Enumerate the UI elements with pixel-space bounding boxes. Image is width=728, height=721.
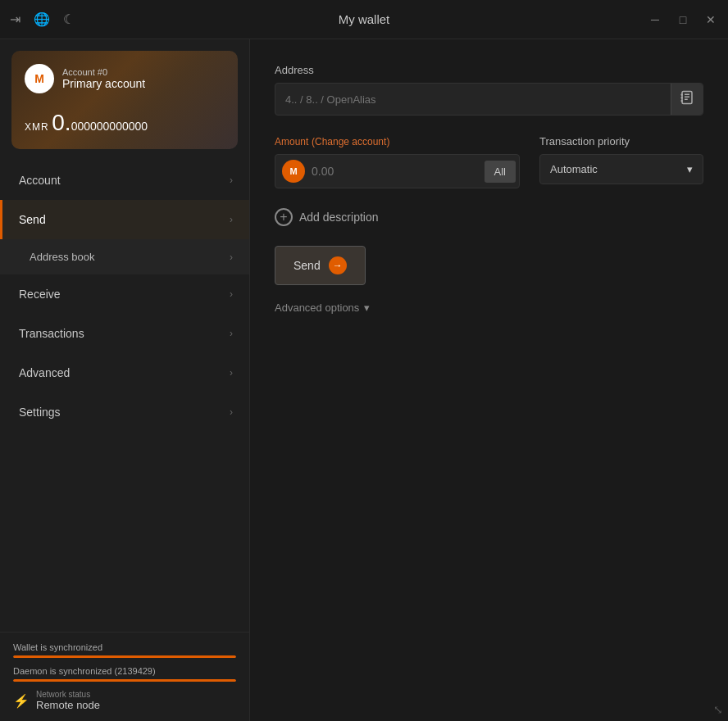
wallet-sync-bar-fill [13,655,236,658]
account-name: Primary account [62,77,145,90]
account-card-header: M Account #0 Primary account [25,64,225,93]
nav-section: Account › Send › Address book › Receive … [0,161,249,632]
amount-label-text: Amount [275,136,308,147]
add-description-label: Add description [299,211,379,224]
sidebar-bottom: Wallet is synchronized Daemon is synchro… [0,632,249,721]
monero-icon: M [282,160,305,183]
close-button[interactable]: ✕ [703,13,718,26]
account-info: Account #0 Primary account [62,67,145,90]
network-icon[interactable]: 🌐 [34,11,50,27]
send-arrow-icon: → [329,256,347,274]
sidebar-item-transactions[interactable]: Transactions › [0,314,249,353]
priority-section: Transaction priority Automatic ▾ [539,135,703,184]
monero-logo: M [25,64,54,93]
transfer-icon[interactable]: ⇥ [10,11,20,27]
amount-label: Amount (Change account) [275,135,520,147]
network-status-label: Network status [36,690,100,699]
currency-label: XMR [25,121,49,133]
network-status: ⚡ Network status Remote node [13,690,236,711]
svg-rect-6 [681,100,683,102]
chevron-down-icon: ▾ [687,163,693,175]
sidebar-item-transactions-label: Transactions [19,327,84,340]
add-description-icon: + [275,208,293,226]
titlebar-left-icons: ⇥ 🌐 ☾ [10,11,75,27]
app-title: My wallet [339,12,390,26]
sidebar-item-account-label: Account [19,174,61,187]
resize-handle[interactable]: ⤡ [713,703,723,716]
chevron-down-icon: ▾ [364,302,370,314]
account-balance: XMR 0.000000000000 [25,110,225,136]
sidebar-item-settings-label: Settings [19,406,61,419]
account-number: Account #0 [62,67,145,77]
chevron-right-icon: › [230,175,233,186]
balance-whole: 0. [52,110,71,135]
priority-value: Automatic [550,163,598,175]
chevron-right-icon: › [230,252,233,263]
advanced-options-toggle[interactable]: Advanced options ▾ [275,302,703,314]
chevron-right-icon: › [230,406,233,418]
titlebar: ⇥ 🌐 ☾ My wallet ─ □ ✕ [0,0,728,39]
advanced-options-label: Advanced options [275,302,359,314]
sidebar-item-settings[interactable]: Settings › [0,392,249,432]
daemon-sync-bar [13,679,236,682]
amount-input[interactable] [312,158,481,184]
sidebar-item-advanced[interactable]: Advanced › [0,353,249,392]
sidebar: M Account #0 Primary account XMR 0.00000… [0,39,250,721]
send-button-label: Send [293,259,321,272]
sidebar-item-send[interactable]: Send › [0,200,249,239]
svg-rect-4 [681,94,683,96]
amount-section: Amount (Change account) M All [275,135,520,188]
maximize-button[interactable]: □ [676,13,690,26]
sidebar-item-account[interactable]: Account › [0,161,249,200]
main-layout: M Account #0 Primary account XMR 0.00000… [0,39,728,721]
all-button[interactable]: All [485,161,516,183]
chevron-right-icon: › [230,288,233,300]
sidebar-item-receive[interactable]: Receive › [0,274,249,314]
svg-rect-5 [681,97,683,98]
chevron-right-icon: › [230,214,233,225]
network-info: Network status Remote node [36,690,100,711]
sidebar-item-address-book-label: Address book [30,251,95,263]
amount-priority-row: Amount (Change account) M All Transactio… [275,135,703,188]
address-input[interactable] [275,85,671,114]
bolt-icon: ⚡ [13,693,30,709]
account-card: M Account #0 Primary account XMR 0.00000… [11,51,238,149]
daemon-sync-bar-fill [13,679,236,682]
sidebar-item-address-book[interactable]: Address book › [0,239,249,274]
add-description-button[interactable]: + Add description [275,208,703,226]
change-account-label[interactable]: (Change account) [312,136,389,147]
balance-decimal: 000000000000 [71,120,148,133]
chevron-right-icon: › [230,328,233,339]
window-controls: ─ □ ✕ [648,13,718,26]
priority-label: Transaction priority [539,135,703,147]
daemon-sync-label: Daemon is synchronized (2139429) [13,666,236,676]
send-button[interactable]: Send → [275,246,366,285]
night-mode-icon[interactable]: ☾ [63,11,75,27]
network-status-value: Remote node [36,699,100,711]
wallet-sync-label: Wallet is synchronized [13,642,236,652]
content-area: Address Amount (Change account) [250,39,728,721]
minimize-button[interactable]: ─ [648,13,662,26]
address-input-wrap [275,83,703,116]
wallet-sync-bar [13,655,236,658]
address-book-button[interactable] [671,84,703,115]
monero-logo-text: M [34,72,44,85]
priority-select[interactable]: Automatic ▾ [539,154,703,184]
sidebar-item-receive-label: Receive [19,288,61,301]
sidebar-item-send-label: Send [19,213,46,226]
chevron-right-icon: › [230,367,233,379]
sidebar-item-advanced-label: Advanced [19,366,70,379]
amount-input-wrap: M All [275,154,520,188]
address-label: Address [275,64,703,76]
